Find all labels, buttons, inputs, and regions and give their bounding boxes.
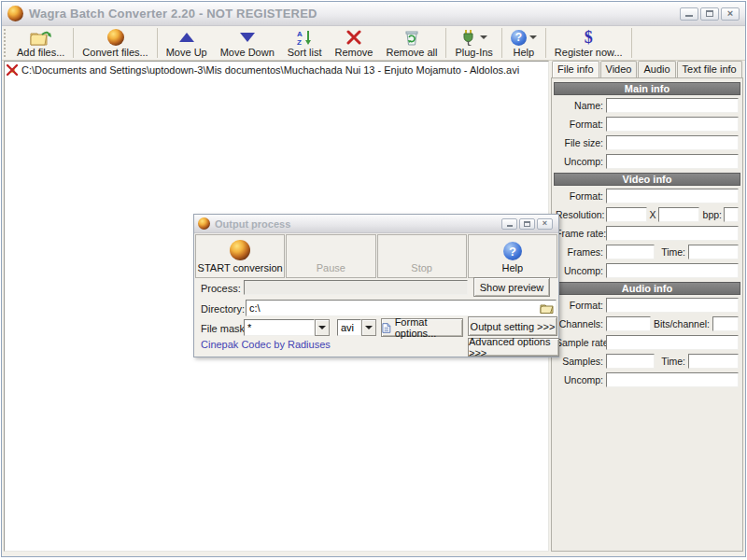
bpp-field[interactable] [724, 207, 739, 222]
uncomp-field[interactable] [606, 154, 739, 169]
extension-combo[interactable]: avi [337, 319, 376, 336]
frames-field[interactable] [606, 245, 655, 259]
start-conversion-button[interactable]: START conversion [195, 234, 285, 278]
minimize-icon [507, 224, 513, 227]
dialog-help-label: Help [502, 262, 524, 273]
convert-files-label: Convert files... [82, 47, 148, 58]
process-label: Process: [201, 283, 241, 294]
video-uncomp-field[interactable] [606, 263, 739, 278]
samples-label: Samples: [556, 356, 606, 367]
audio-info-header: Audio info [554, 282, 740, 295]
close-icon [727, 8, 733, 19]
output-setting-label: Output setting >>> [471, 321, 556, 332]
main-titlebar: Wagra Batch Converter 2.20 - NOT REGISTE… [2, 2, 745, 26]
format-label: Format: [556, 119, 606, 130]
stop-button[interactable]: Stop [377, 234, 467, 278]
register-now-button[interactable]: $ Register now... [548, 26, 629, 60]
tab-text-file-info[interactable]: Text file info [677, 61, 742, 77]
convert-files-button[interactable]: Convert files... [76, 26, 154, 60]
help-button[interactable]: Help [504, 26, 543, 60]
move-down-triangle-icon [240, 29, 255, 46]
format-field[interactable] [606, 117, 739, 132]
video-format-field[interactable] [606, 189, 739, 203]
help-dropdown-arrow-icon [529, 35, 537, 39]
toolbar-separator [73, 28, 74, 58]
audio-uncomp-field[interactable] [606, 372, 739, 387]
samples-field[interactable] [606, 354, 655, 369]
file-size-field[interactable] [606, 135, 739, 150]
app-window: Wagra Batch Converter 2.20 - NOT REGISTE… [1, 1, 746, 557]
audio-format-label: Format: [556, 300, 606, 311]
help-question-icon [503, 242, 522, 260]
sort-az-icon: AZ [296, 29, 313, 46]
file-mask-dropdown-button[interactable] [315, 319, 330, 336]
add-files-button[interactable]: Add files... [10, 26, 71, 60]
channels-field[interactable] [606, 316, 651, 331]
format-options-button[interactable]: Format options... [381, 318, 463, 337]
svg-text:Z: Z [297, 38, 302, 46]
register-now-label: Register now... [555, 47, 623, 58]
toolbar-gripper[interactable] [4, 29, 8, 57]
browse-folder-icon [540, 302, 554, 314]
minimize-icon [685, 14, 693, 17]
resolution-height-field[interactable] [658, 207, 699, 222]
help-label: Help [514, 47, 535, 58]
move-down-button[interactable]: Move Down [214, 26, 281, 60]
video-time-field[interactable] [688, 245, 739, 259]
bits-channel-field[interactable] [712, 316, 739, 331]
video-info-header: Video info [554, 173, 740, 186]
toolbar-separator [545, 28, 546, 58]
plug-ins-button[interactable]: Plug-Ins [448, 26, 499, 60]
extension-value: avi [337, 319, 361, 336]
tab-video[interactable]: Video [600, 61, 638, 77]
frames-label: Frames: [556, 246, 606, 258]
maximize-button[interactable] [700, 7, 719, 21]
show-preview-button[interactable]: Show preview [473, 277, 550, 297]
remove-label: Remove [334, 47, 373, 58]
move-up-button[interactable]: Move Up [160, 26, 214, 60]
format-options-label: Format options... [395, 316, 462, 339]
sample-rate-field[interactable] [606, 335, 739, 350]
output-process-dialog: Output process START conversion Pause St… [193, 214, 559, 357]
audio-format-field[interactable] [606, 298, 739, 313]
tab-audio[interactable]: Audio [638, 61, 675, 77]
close-button[interactable] [721, 7, 740, 21]
stop-label: Stop [411, 262, 432, 273]
resolution-width-field[interactable] [606, 207, 647, 222]
sort-list-button[interactable]: AZ Sort list [281, 26, 329, 60]
video-time-label: Time: [655, 246, 688, 258]
extension-dropdown-button[interactable] [361, 319, 376, 336]
audio-time-field[interactable] [688, 354, 739, 369]
browse-folder-button[interactable] [538, 301, 555, 315]
advanced-options-button[interactable]: Advanced options >>> [468, 338, 559, 357]
name-field[interactable] [606, 98, 739, 113]
resolution-label: Resolution: [556, 209, 606, 220]
minimize-button[interactable] [680, 7, 698, 21]
tab-file-info[interactable]: File info [552, 61, 599, 77]
output-setting-button[interactable]: Output setting >>> [468, 316, 557, 336]
resolution-x-separator: X [647, 209, 658, 220]
remove-button[interactable]: Remove [328, 26, 379, 60]
dialog-help-button[interactable]: Help [468, 234, 557, 278]
video-uncomp-label: Uncomp: [556, 265, 606, 276]
list-item[interactable]: C:\Documents and Settings\uptodown-3\Mis… [5, 62, 548, 76]
file-mask-input[interactable] [244, 319, 315, 336]
frame-rate-field[interactable] [606, 226, 739, 241]
start-conversion-sphere-icon [230, 240, 250, 260]
dialog-close-button[interactable] [537, 218, 553, 230]
bpp-label: bpp: [699, 209, 724, 220]
file-mask-combo[interactable] [244, 319, 330, 336]
dialog-maximize-button[interactable] [519, 218, 535, 230]
window-title: Wagra Batch Converter 2.20 - NOT REGISTE… [29, 7, 317, 21]
directory-label: Directory: [201, 303, 245, 315]
info-tabs: File info Video Audio Text file info [551, 61, 743, 77]
toolbar-separator [445, 28, 446, 58]
uncomp-label: Uncomp: [556, 156, 606, 167]
dialog-minimize-button[interactable] [501, 218, 517, 230]
pause-button[interactable]: Pause [286, 234, 375, 278]
info-panel: File info Video Audio Text file info Mai… [551, 61, 743, 552]
remove-all-button[interactable]: Remove all [379, 26, 444, 60]
directory-input[interactable] [246, 300, 557, 316]
start-conversion-label: START conversion [198, 262, 283, 273]
recycle-bin-icon [403, 29, 420, 46]
